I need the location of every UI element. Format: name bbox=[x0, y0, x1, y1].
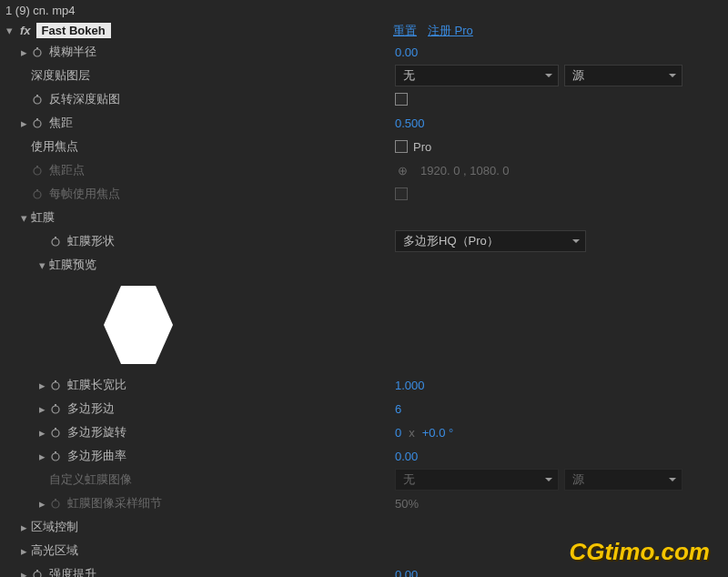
effect-name[interactable]: Fast Bokeh bbox=[36, 23, 111, 38]
twirl-icon[interactable]: ▸ bbox=[36, 379, 47, 392]
param-label: 虹膜图像采样细节 bbox=[67, 495, 162, 511]
stopwatch-icon[interactable] bbox=[31, 116, 44, 129]
param-value[interactable]: 0.00 bbox=[395, 568, 418, 578]
param-row-iris-sides: ▸ 多边形边 6 bbox=[0, 397, 728, 420]
fx-icon[interactable]: fx bbox=[18, 24, 33, 37]
param-label: 使用焦点 bbox=[31, 138, 78, 155]
svg-point-20 bbox=[52, 501, 59, 508]
reset-link[interactable]: 重置 bbox=[393, 23, 417, 39]
svg-point-0 bbox=[34, 49, 41, 56]
svg-point-14 bbox=[52, 406, 59, 413]
param-label: 区域控制 bbox=[31, 519, 78, 535]
param-value[interactable]: 0.00 bbox=[395, 46, 418, 59]
param-label: 强度提升 bbox=[49, 566, 96, 577]
param-label: 高光区域 bbox=[31, 542, 78, 559]
param-label: 虹膜 bbox=[31, 209, 55, 226]
svg-rect-3 bbox=[36, 95, 38, 96]
param-row-invert-depth: ▸ 反转深度贴图 bbox=[0, 87, 728, 111]
param-label: 虹膜长宽比 bbox=[67, 377, 126, 393]
param-label: 虹膜形状 bbox=[67, 233, 115, 249]
checkbox-label: Pro bbox=[413, 140, 431, 154]
stopwatch-icon[interactable] bbox=[49, 450, 62, 462]
effect-header: ▾ fx Fast Bokeh 重置 注册 Pro bbox=[0, 21, 728, 40]
param-label: 虹膜预览 bbox=[49, 257, 96, 273]
custom-iris-source-dropdown: 源 bbox=[564, 469, 682, 491]
param-row-intensity-boost: ▸ 强度提升 0.00 bbox=[0, 562, 728, 577]
param-row-highlight-region: ▸ 高光区域 bbox=[0, 539, 728, 562]
svg-rect-17 bbox=[55, 428, 56, 430]
svg-point-8 bbox=[34, 191, 41, 198]
param-row-iris-aspect: ▸ 虹膜长宽比 1.000 bbox=[0, 373, 728, 397]
twirl-icon[interactable]: ▸ bbox=[18, 116, 29, 130]
param-label: 焦距点 bbox=[49, 162, 85, 178]
stopwatch-icon[interactable] bbox=[49, 235, 62, 248]
param-value[interactable]: 0.500 bbox=[395, 116, 425, 130]
iris-preview-area bbox=[0, 277, 728, 373]
param-label: 模糊半径 bbox=[49, 44, 96, 60]
svg-point-6 bbox=[34, 167, 41, 175]
register-link[interactable]: 注册 Pro bbox=[428, 23, 473, 39]
param-label: 深度贴图层 bbox=[31, 67, 90, 84]
svg-point-16 bbox=[52, 430, 59, 437]
stopwatch-icon[interactable] bbox=[49, 426, 62, 439]
stopwatch-icon bbox=[31, 164, 44, 177]
crosshair-icon: ⊕ bbox=[395, 163, 410, 177]
twirl-icon[interactable]: ▾ bbox=[4, 24, 15, 37]
svg-rect-5 bbox=[36, 118, 38, 120]
custom-iris-dropdown: 无 bbox=[395, 469, 559, 491]
stopwatch-icon bbox=[31, 187, 44, 200]
param-label: 多边形曲率 bbox=[67, 448, 126, 464]
stopwatch-icon[interactable] bbox=[31, 93, 44, 106]
twirl-icon[interactable]: ▾ bbox=[36, 258, 47, 272]
param-label: 多边形边 bbox=[67, 400, 115, 417]
stopwatch-icon[interactable] bbox=[49, 379, 62, 391]
svg-point-2 bbox=[34, 96, 41, 104]
svg-point-18 bbox=[52, 453, 59, 461]
twirl-icon[interactable]: ▾ bbox=[18, 211, 29, 225]
param-row-iris-shape: ▸ 虹膜形状 多边形HQ（Pro） bbox=[0, 229, 728, 253]
svg-point-4 bbox=[34, 120, 41, 127]
stopwatch-icon[interactable] bbox=[31, 46, 44, 58]
param-row-iris: ▾ 虹膜 bbox=[0, 206, 728, 229]
svg-rect-19 bbox=[55, 451, 56, 453]
invert-depth-checkbox[interactable] bbox=[395, 93, 408, 106]
param-label: 反转深度贴图 bbox=[49, 91, 120, 107]
stopwatch-icon bbox=[49, 497, 62, 510]
param-label: 自定义虹膜图像 bbox=[49, 471, 132, 488]
svg-rect-9 bbox=[36, 189, 38, 191]
use-focus-checkbox[interactable] bbox=[395, 140, 408, 153]
svg-rect-1 bbox=[36, 47, 38, 49]
twirl-icon[interactable]: ▸ bbox=[36, 497, 47, 511]
param-value: 50% bbox=[395, 497, 419, 511]
svg-rect-7 bbox=[36, 166, 38, 167]
stopwatch-icon[interactable] bbox=[49, 402, 62, 415]
param-value[interactable]: 6 bbox=[395, 402, 401, 416]
depth-source-dropdown[interactable]: 源 bbox=[564, 65, 682, 86]
twirl-icon[interactable]: ▸ bbox=[18, 46, 29, 59]
param-row-region-control: ▸ 区域控制 bbox=[0, 515, 728, 539]
depth-layer-dropdown[interactable]: 无 bbox=[395, 65, 559, 86]
title-bar: 1 (9) cn. mp4 bbox=[0, 0, 728, 21]
svg-rect-13 bbox=[55, 380, 56, 382]
iris-shape-dropdown[interactable]: 多边形HQ（Pro） bbox=[395, 230, 586, 252]
stopwatch-icon[interactable] bbox=[31, 568, 44, 577]
param-value[interactable]: 0.00 bbox=[395, 450, 418, 463]
svg-rect-23 bbox=[36, 570, 38, 572]
svg-point-22 bbox=[34, 572, 41, 577]
svg-rect-21 bbox=[55, 499, 56, 501]
param-value: 1920. 0 , 1080. 0 bbox=[420, 164, 510, 177]
svg-rect-15 bbox=[55, 404, 56, 406]
rotation-turns[interactable]: 0 bbox=[395, 426, 401, 440]
twirl-icon[interactable]: ▸ bbox=[18, 544, 29, 558]
twirl-icon[interactable]: ▸ bbox=[36, 402, 47, 416]
twirl-icon[interactable]: ▸ bbox=[18, 568, 29, 578]
rotation-degrees[interactable]: +0.0 ° bbox=[422, 426, 453, 440]
svg-rect-11 bbox=[55, 237, 56, 238]
twirl-icon[interactable]: ▸ bbox=[36, 450, 47, 463]
twirl-icon[interactable]: ▸ bbox=[36, 426, 47, 440]
file-title: 1 (9) cn. mp4 bbox=[5, 4, 76, 17]
param-row-iris-curvature: ▸ 多边形曲率 0.00 bbox=[0, 444, 728, 468]
twirl-icon[interactable]: ▸ bbox=[18, 521, 29, 534]
hexagon-preview bbox=[104, 286, 173, 364]
param-value[interactable]: 1.000 bbox=[395, 379, 425, 392]
